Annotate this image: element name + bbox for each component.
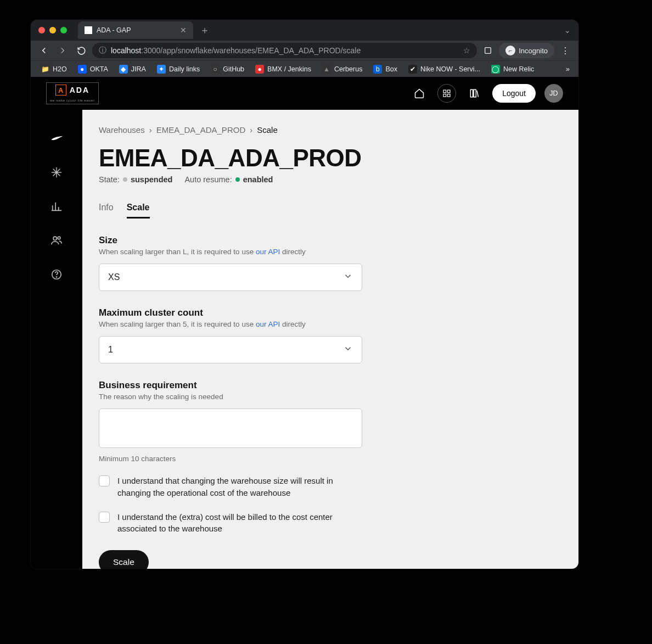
bookmark-item[interactable]: ●OKTA [74,63,113,76]
bookmark-item[interactable]: 📁H2O [36,63,71,76]
tab-close-icon[interactable]: ✕ [180,26,187,35]
window-close-icon[interactable] [38,27,45,33]
svg-rect-1 [443,90,446,93]
apps-grid-icon[interactable] [437,84,456,103]
ack-row-1: I understand that changing the warehouse… [99,475,362,499]
bookmark-item[interactable]: bBox [369,63,402,76]
browser-tab[interactable]: ADA - GAP ✕ [78,21,193,39]
tab-favicon-icon [85,26,92,34]
incognito-indicator[interactable]: ⌐ Incognito [499,43,554,58]
browser-tabs: ADA - GAP ✕ ＋ [78,21,564,39]
ack1-label: I understand that changing the warehouse… [117,475,362,499]
ack2-checkbox[interactable] [99,512,110,523]
help-text: When scaling larger than L, it is requir… [99,248,256,256]
bookmark-item[interactable]: ◯New Relic [487,63,538,76]
bookmark-item[interactable]: ○GitHub [206,63,249,76]
reason-section: Business requirement The reason why the … [99,380,362,463]
ack2-label: I understand the (extra) cost will be bi… [117,511,362,535]
bookmark-favicon-icon: ○ [211,65,220,74]
bookmark-item[interactable]: ✔Nike NOW - Servi... [404,63,485,76]
tab-scale[interactable]: Scale [127,203,150,219]
snowflake-icon[interactable] [50,166,63,179]
size-value: XS [108,272,120,282]
avatar[interactable]: JD [544,84,563,103]
bookmarks-overflow-icon[interactable]: » [563,65,573,73]
state-label: State: [99,175,120,184]
bookmark-label: BMX / Jenkins [267,65,311,73]
reason-textarea[interactable] [99,408,362,448]
status-dot-icon [235,177,240,182]
cluster-section: Maximum cluster count When scaling large… [99,307,362,363]
browser-window: ADA - GAP ✕ ＋ ⌄ ⓘ localhost:3000/app/sno… [31,20,578,569]
breadcrumb-current: Scale [257,125,278,135]
logout-button[interactable]: Logout [492,84,536,103]
bookmark-label: Nike NOW - Servi... [420,65,480,73]
app-header: A ADA we make (y)our life easier Logout … [31,77,578,110]
browser-toolbar: ⓘ localhost:3000/app/snowflake/warehouse… [31,41,578,60]
site-info-icon[interactable]: ⓘ [99,46,106,55]
chevron-down-icon [343,344,353,356]
window-zoom-icon[interactable] [60,27,67,33]
nav-back-button[interactable] [36,43,52,58]
window-minimize-icon[interactable] [49,27,56,33]
bookmark-label: Box [385,65,397,73]
new-tab-button[interactable]: ＋ [200,24,210,37]
autoresume-status: Auto resume: enabled [184,175,273,184]
window-expand-icon[interactable]: ⌄ [564,26,571,35]
users-icon[interactable] [50,234,63,247]
app-logo[interactable]: A ADA we make (y)our life easier [46,82,99,104]
chevron-right-icon: › [250,125,252,135]
size-select[interactable]: XS [99,264,362,291]
help-text: When scaling larger than 5, it is requir… [99,320,256,328]
left-rail [31,110,82,569]
svg-rect-4 [448,94,451,97]
reason-help: The reason why the scaling is needed [99,393,362,401]
bookmark-item[interactable]: ▲Cerberus [318,63,367,76]
autoresume-value: enabled [243,175,273,184]
tab-title: ADA - GAP [97,26,131,34]
url-host: localhost [111,46,141,55]
extensions-icon[interactable] [480,43,496,58]
bookmark-item[interactable]: ●BMX / Jenkins [251,63,316,76]
api-link[interactable]: our API [256,320,280,328]
status-row: State: suspended Auto resume: enabled [99,175,562,184]
analytics-icon[interactable] [50,200,63,213]
help-text: directly [280,248,306,256]
bookmark-label: Cerberus [334,65,362,73]
url-bar[interactable]: ⓘ localhost:3000/app/snowflake/warehouse… [92,43,477,58]
brand-swoosh-icon[interactable] [50,132,63,145]
ack1-checkbox[interactable] [99,475,110,486]
bookmark-label: H2O [53,65,67,73]
bookmarks-bar: 📁H2O●OKTA◆JIRA✦Daily links○GitHub●BMX / … [31,60,578,77]
breadcrumb-item[interactable]: Warehouses [99,125,145,135]
traffic-lights [38,27,67,33]
cluster-label: Maximum cluster count [99,307,362,318]
bookmark-star-icon[interactable]: ☆ [463,46,470,55]
help-icon[interactable] [50,268,63,281]
ack-row-2: I understand the (extra) cost will be bi… [99,511,362,535]
bookmark-item[interactable]: ✦Daily links [153,63,204,76]
breadcrumb-item[interactable]: EMEA_DA_ADA_PROD [156,125,246,135]
svg-point-8 [56,277,57,277]
tab-info[interactable]: Info [99,203,114,219]
scale-submit-button[interactable]: Scale [99,550,149,569]
api-link[interactable]: our API [256,248,280,256]
logo-mark-icon: A [55,85,66,96]
nav-reload-button[interactable] [74,43,89,58]
page-title: EMEA_DA_ADA_PROD [99,144,562,172]
home-icon[interactable] [410,84,429,103]
cluster-select[interactable]: 1 [99,336,362,363]
bookmark-favicon-icon: ◆ [119,65,128,74]
size-help: When scaling larger than L, it is requir… [99,248,362,256]
status-dot-icon [123,177,127,182]
svg-rect-0 [485,48,491,54]
chevron-down-icon [343,271,353,283]
library-icon[interactable] [465,84,484,103]
bookmark-item[interactable]: ◆JIRA [115,63,150,76]
logo-tagline: we make (y)our life easier [50,99,95,102]
svg-rect-3 [443,94,446,97]
browser-menu-icon[interactable]: ⋮ [558,43,573,58]
svg-point-6 [58,237,60,239]
bookmark-favicon-icon: b [373,65,382,74]
nav-forward-button[interactable] [55,43,70,58]
